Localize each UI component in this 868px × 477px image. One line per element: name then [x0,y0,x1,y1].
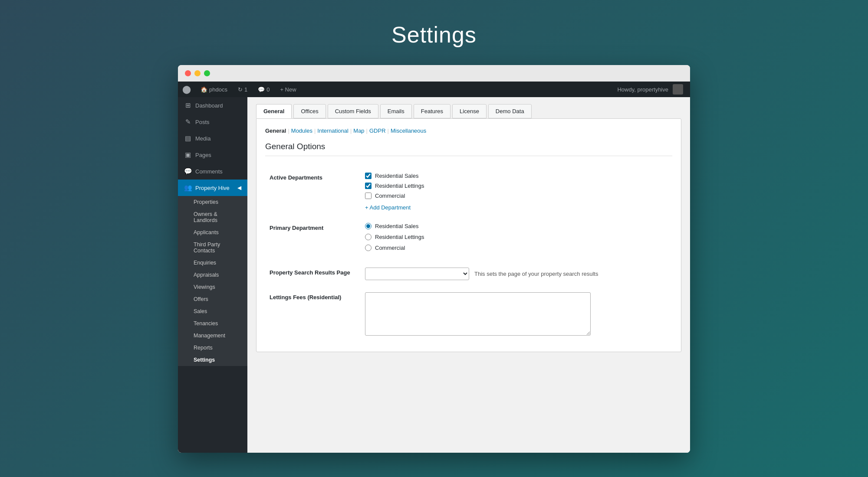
primary-residential-sales-label[interactable]: Residential Sales [375,223,418,229]
comments-icon: 💬 [258,86,265,93]
traffic-light-red[interactable] [185,70,191,76]
lettings-fees-textarea[interactable] [365,292,591,336]
settings-subnav: General | Modules | International | Map … [265,127,672,134]
submenu-item-applicants[interactable]: Applicants [178,226,247,238]
active-departments-options: Residential Sales Residential Lettings C… [361,167,672,217]
add-department-link[interactable]: + Add Department [365,204,411,211]
admin-bar-site[interactable]: 🏠 phdocs [198,82,230,97]
property-search-results-row: Property Search Results Page This sets t… [265,261,672,286]
subnav-gdpr[interactable]: GDPR [369,127,386,134]
submenu-item-settings[interactable]: Settings [178,354,247,366]
tab-emails-label: Emails [388,108,404,114]
tab-custom-fields-label: Custom Fields [335,108,371,114]
primary-commercial-radio[interactable] [365,245,372,251]
primary-department-options: Residential Sales Residential Lettings C… [361,217,672,261]
sidebar-item-dashboard[interactable]: ⊞ Dashboard [178,97,247,114]
updates-count: 1 [244,86,247,93]
primary-residential-lettings: Residential Lettings [365,234,668,240]
submenu-label-owners-landlords: Owners & Landlords [194,211,217,223]
dept-residential-sales-checkbox[interactable] [365,173,372,179]
active-departments-label: Active Departments [265,167,361,217]
primary-residential-lettings-label[interactable]: Residential Lettings [375,234,424,240]
submenu-item-viewings[interactable]: Viewings [178,281,247,293]
sidebar-item-posts[interactable]: ✎ Posts [178,114,247,130]
tab-demo-data-label: Demo Data [496,108,524,114]
traffic-light-green[interactable] [204,70,210,76]
tab-license[interactable]: License [452,104,487,118]
dept-commercial: Commercial [365,193,668,199]
section-heading: General Options [265,142,672,156]
property-search-results-field: This sets the page of your property sear… [361,261,672,286]
sidebar-item-media[interactable]: ▤ Media [178,130,247,147]
sidebar-label-property-hive: Property Hive [195,185,230,191]
subnav-map[interactable]: Map [353,127,364,134]
property-search-results-select[interactable] [365,268,469,280]
property-search-results-wrapper: This sets the page of your property sear… [365,268,668,280]
submenu-label-properties: Properties [194,199,218,205]
settings-panel: General | Modules | International | Map … [256,118,681,352]
subnav-modules[interactable]: Modules [291,127,312,134]
dept-residential-lettings-label[interactable]: Residential Lettings [375,183,424,189]
traffic-light-yellow[interactable] [194,70,201,76]
submenu-item-properties[interactable]: Properties [178,196,247,208]
primary-department-row: Primary Department Residential Sales Res… [265,217,672,261]
submenu-label-applicants: Applicants [194,229,219,235]
property-search-results-label: Property Search Results Page [265,261,361,286]
dept-residential-lettings-checkbox[interactable] [365,183,372,189]
sidebar-item-comments[interactable]: 💬 Comments [178,163,247,180]
wp-layout: ⊞ Dashboard ✎ Posts ▤ Media ▣ Pages 💬 Co… [178,97,690,453]
submenu-item-owners-landlords[interactable]: Owners & Landlords [178,208,247,226]
dept-commercial-label[interactable]: Commercial [375,193,405,199]
wp-logo-icon[interactable]: ⬤ [182,85,191,94]
submenu-label-enquiries: Enquiries [194,260,216,266]
browser-window: ⬤ 🏠 phdocs ↻ 1 💬 0 + New Howdy, property… [178,65,690,453]
property-search-helper: This sets the page of your property sear… [474,271,598,277]
dept-residential-sales-label[interactable]: Residential Sales [375,173,418,179]
subnav-international[interactable]: International [317,127,349,134]
primary-residential-sales: Residential Sales [365,223,668,229]
tab-license-label: License [460,108,479,114]
settings-main-tabs: General Offices Custom Fields Emails Fea… [256,104,681,118]
admin-bar-new[interactable]: + New [277,82,299,97]
tab-features[interactable]: Features [414,104,450,118]
admin-bar-comments[interactable]: 💬 0 [255,82,272,97]
sidebar-item-pages[interactable]: ▣ Pages [178,147,247,163]
sidebar-submenu: Properties Owners & Landlords Applicants… [178,196,247,366]
wp-sidebar: ⊞ Dashboard ✎ Posts ▤ Media ▣ Pages 💬 Co… [178,97,247,453]
tab-demo-data[interactable]: Demo Data [488,104,532,118]
property-hive-icon: 👥 [184,184,192,192]
submenu-item-enquiries[interactable]: Enquiries [178,257,247,269]
dept-residential-sales: Residential Sales [365,173,668,179]
updates-icon: ↻ [238,86,243,93]
primary-department-label: Primary Department [265,217,361,261]
sidebar-label-pages: Pages [195,152,211,158]
page-title: Settings [0,22,868,48]
submenu-item-reports[interactable]: Reports [178,342,247,354]
tab-custom-fields[interactable]: Custom Fields [328,104,378,118]
subnav-miscellaneous[interactable]: Miscellaneous [391,127,426,134]
tab-general[interactable]: General [256,104,292,118]
wp-admin-bar: ⬤ 🏠 phdocs ↻ 1 💬 0 + New Howdy, property… [178,82,690,97]
submenu-label-reports: Reports [194,345,213,351]
primary-residential-lettings-radio[interactable] [365,234,372,240]
primary-commercial-label[interactable]: Commercial [375,245,405,251]
tab-emails[interactable]: Emails [380,104,412,118]
sidebar-label-comments: Comments [195,168,223,175]
submenu-item-offers[interactable]: Offers [178,293,247,305]
sidebar-item-property-hive[interactable]: 👥 Property Hive ◀ [178,180,247,196]
tab-offices-label: Offices [301,108,318,114]
tab-offices[interactable]: Offices [293,104,326,118]
new-label: + New [280,86,296,93]
media-icon: ▤ [184,134,192,142]
dept-commercial-checkbox[interactable] [365,193,372,199]
submenu-item-sales[interactable]: Sales [178,305,247,317]
submenu-item-third-party[interactable]: Third Party Contacts [178,238,247,257]
submenu-label-offers: Offers [194,296,208,302]
admin-bar-updates[interactable]: ↻ 1 [235,82,250,97]
primary-residential-sales-radio[interactable] [365,223,372,229]
wp-main-content: General Offices Custom Fields Emails Fea… [247,97,690,453]
submenu-item-appraisals[interactable]: Appraisals [178,269,247,281]
lettings-fees-row: Lettings Fees (Residential) [265,286,672,343]
submenu-item-tenancies[interactable]: Tenancies [178,317,247,330]
submenu-item-management[interactable]: Management [178,330,247,342]
